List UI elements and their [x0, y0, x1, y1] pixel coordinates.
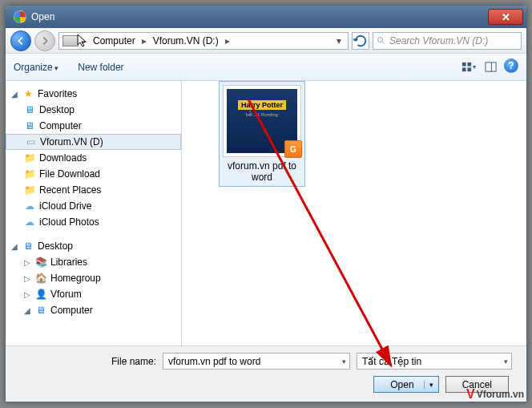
- open-button[interactable]: Open: [373, 376, 438, 393]
- search-icon: [377, 36, 386, 46]
- file-list[interactable]: Harry Potter bởi JK Rowling G vforum.vn …: [182, 81, 526, 345]
- folder-icon: 📁: [23, 151, 36, 164]
- collapse-icon[interactable]: ◢: [10, 242, 18, 251]
- folder-icon: 📁: [23, 184, 36, 196]
- tree-item-desktop[interactable]: 🖥Desktop: [6, 102, 181, 118]
- file-name-caption: File name:: [15, 356, 156, 367]
- user-icon: 👤: [34, 288, 47, 301]
- file-name-input[interactable]: vforum.vn pdf to word: [163, 353, 350, 370]
- refresh-button[interactable]: [352, 32, 369, 50]
- svg-rect-1: [461, 63, 466, 67]
- svg-rect-4: [467, 67, 471, 71]
- thumb-title: Harry Potter: [238, 100, 286, 110]
- breadcrumb-seg-1[interactable]: Vforum.VN (D:): [148, 33, 224, 49]
- tree-item-homegroup[interactable]: ▷🏠Homegroup: [6, 270, 181, 286]
- tree-item-icloud-drive[interactable]: ☁iCloud Drive: [6, 198, 181, 214]
- tree-item-computer[interactable]: 🖥Computer: [6, 118, 181, 134]
- back-button[interactable]: [10, 30, 31, 51]
- file-thumbnail: Harry Potter bởi JK Rowling G: [223, 85, 301, 157]
- preview-pane-button[interactable]: [482, 59, 499, 76]
- expand-icon[interactable]: ▷: [23, 290, 31, 299]
- tree-item-vforum-drive[interactable]: ▭Vforum.VN (D): [6, 134, 181, 150]
- tree-desktop-root[interactable]: ◢🖥Desktop: [6, 238, 181, 254]
- libraries-icon: 📚: [34, 256, 47, 269]
- computer-icon: 🖥: [23, 119, 36, 132]
- svg-rect-2: [467, 63, 471, 67]
- cloud-icon: ☁: [23, 216, 36, 228]
- breadcrumb-sep: ▸: [224, 35, 232, 46]
- folder-icon: 📁: [23, 168, 36, 180]
- tree-item-computer-sub[interactable]: ◢🖥Computer: [6, 302, 181, 318]
- computer-icon: 🖥: [34, 304, 47, 317]
- tree-favorites[interactable]: ◢★Favorites: [6, 86, 181, 102]
- toolbar: Organize New folder ▾ ?: [6, 54, 526, 81]
- file-name-label: vforum.vn pdf to word: [223, 160, 301, 183]
- tree-item-vforum-user[interactable]: ▷👤Vforum: [6, 286, 181, 302]
- drive-icon: ▭: [24, 135, 37, 148]
- tree-item-libraries[interactable]: ▷📚Libraries: [6, 254, 181, 270]
- file-item-selected[interactable]: Harry Potter bởi JK Rowling G vforum.vn …: [219, 81, 305, 187]
- svg-rect-3: [461, 67, 466, 71]
- help-button[interactable]: ?: [504, 59, 518, 73]
- cursor-icon: [77, 34, 91, 48]
- watermark: VVforum.vn: [466, 387, 524, 402]
- cloud-icon: ☁: [23, 200, 36, 212]
- expand-icon[interactable]: ▷: [23, 274, 31, 283]
- file-type-filter[interactable]: Tất cả Tệp tin: [357, 353, 512, 370]
- tree-item-downloads[interactable]: 📁Downloads: [6, 150, 181, 166]
- view-mode-button[interactable]: ▾: [459, 59, 477, 76]
- collapse-icon[interactable]: ◢: [10, 90, 18, 99]
- open-dialog: Open ✕ ▸ Computer ▸ Vforum.VN (D:) ▸ ▾ S…: [5, 5, 527, 402]
- breadcrumb-dropdown[interactable]: ▾: [332, 35, 346, 46]
- dialog-footer: File name: vforum.vn pdf to word Tất cả …: [6, 345, 526, 402]
- tree-item-icloud-photos[interactable]: ☁iCloud Photos: [6, 214, 181, 230]
- breadcrumb[interactable]: ▸ Computer ▸ Vforum.VN (D:) ▸ ▾: [58, 32, 349, 50]
- window-title: Open: [31, 11, 488, 22]
- desktop-icon: 🖥: [22, 240, 34, 252]
- search-input[interactable]: Search Vforum.VN (D:): [373, 32, 522, 50]
- star-icon: ★: [22, 87, 34, 100]
- homegroup-icon: 🏠: [34, 272, 47, 285]
- svg-point-0: [378, 37, 383, 42]
- close-button[interactable]: ✕: [488, 9, 523, 25]
- search-placeholder: Search Vforum.VN (D:): [389, 35, 488, 46]
- breadcrumb-seg-0[interactable]: Computer: [88, 33, 140, 49]
- expand-icon[interactable]: ▷: [23, 258, 31, 267]
- svg-rect-5: [485, 63, 495, 71]
- nav-tree[interactable]: ◢★Favorites 🖥Desktop 🖥Computer ▭Vforum.V…: [6, 81, 182, 345]
- dialog-body: ◢★Favorites 🖥Desktop 🖥Computer ▭Vforum.V…: [6, 81, 526, 345]
- forward-button[interactable]: [34, 30, 55, 51]
- collapse-icon[interactable]: ◢: [23, 306, 31, 315]
- chrome-icon: [14, 10, 26, 23]
- breadcrumb-sep: ▸: [140, 35, 148, 46]
- tree-item-file-download[interactable]: 📁File Download: [6, 166, 181, 182]
- organize-menu[interactable]: Organize: [14, 62, 58, 73]
- new-folder-button[interactable]: New folder: [78, 62, 123, 73]
- drive-icon: [62, 35, 79, 46]
- pdf-badge-icon: G: [284, 140, 302, 158]
- tree-item-recent-places[interactable]: 📁Recent Places: [6, 182, 181, 198]
- desktop-icon: 🖥: [23, 103, 36, 116]
- titlebar[interactable]: Open ✕: [6, 6, 526, 28]
